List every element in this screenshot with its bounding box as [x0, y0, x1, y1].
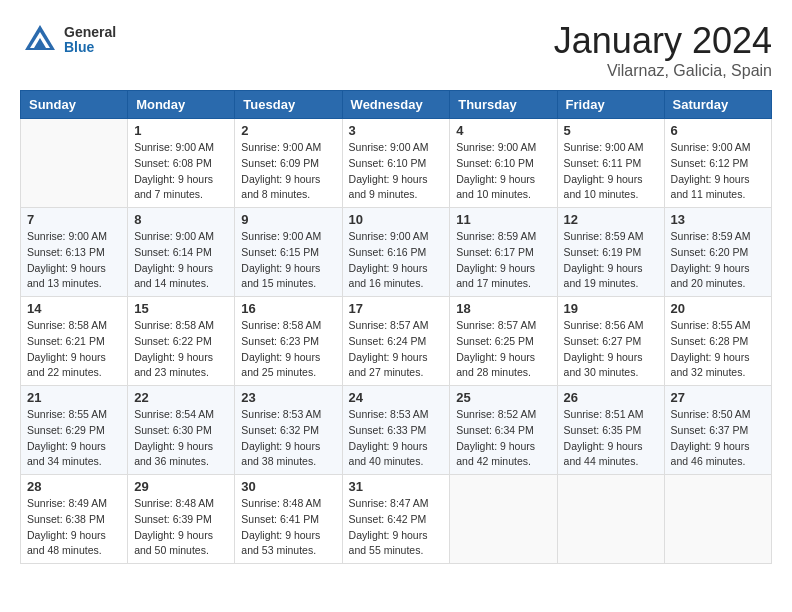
- day-number: 22: [134, 390, 228, 405]
- table-row: 15Sunrise: 8:58 AMSunset: 6:22 PMDayligh…: [128, 297, 235, 386]
- day-info: Sunrise: 8:52 AMSunset: 6:34 PMDaylight:…: [456, 407, 550, 470]
- day-number: 23: [241, 390, 335, 405]
- day-number: 27: [671, 390, 765, 405]
- table-row: [557, 475, 664, 564]
- table-row: 8Sunrise: 9:00 AMSunset: 6:14 PMDaylight…: [128, 208, 235, 297]
- day-info: Sunrise: 8:51 AMSunset: 6:35 PMDaylight:…: [564, 407, 658, 470]
- day-info: Sunrise: 8:49 AMSunset: 6:38 PMDaylight:…: [27, 496, 121, 559]
- logo-blue-text: Blue: [64, 40, 116, 55]
- day-number: 14: [27, 301, 121, 316]
- day-info: Sunrise: 8:59 AMSunset: 6:19 PMDaylight:…: [564, 229, 658, 292]
- day-info: Sunrise: 9:00 AMSunset: 6:09 PMDaylight:…: [241, 140, 335, 203]
- table-row: 25Sunrise: 8:52 AMSunset: 6:34 PMDayligh…: [450, 386, 557, 475]
- day-info: Sunrise: 8:54 AMSunset: 6:30 PMDaylight:…: [134, 407, 228, 470]
- col-wednesday: Wednesday: [342, 91, 450, 119]
- day-info: Sunrise: 9:00 AMSunset: 6:15 PMDaylight:…: [241, 229, 335, 292]
- day-number: 12: [564, 212, 658, 227]
- col-thursday: Thursday: [450, 91, 557, 119]
- day-number: 9: [241, 212, 335, 227]
- table-row: 6Sunrise: 9:00 AMSunset: 6:12 PMDaylight…: [664, 119, 771, 208]
- table-row: 20Sunrise: 8:55 AMSunset: 6:28 PMDayligh…: [664, 297, 771, 386]
- day-number: 20: [671, 301, 765, 316]
- day-info: Sunrise: 9:00 AMSunset: 6:16 PMDaylight:…: [349, 229, 444, 292]
- table-row: 9Sunrise: 9:00 AMSunset: 6:15 PMDaylight…: [235, 208, 342, 297]
- calendar-week-row: 28Sunrise: 8:49 AMSunset: 6:38 PMDayligh…: [21, 475, 772, 564]
- day-info: Sunrise: 8:53 AMSunset: 6:33 PMDaylight:…: [349, 407, 444, 470]
- calendar: Sunday Monday Tuesday Wednesday Thursday…: [20, 90, 772, 564]
- day-number: 18: [456, 301, 550, 316]
- day-number: 13: [671, 212, 765, 227]
- day-number: 25: [456, 390, 550, 405]
- table-row: 30Sunrise: 8:48 AMSunset: 6:41 PMDayligh…: [235, 475, 342, 564]
- table-row: 27Sunrise: 8:50 AMSunset: 6:37 PMDayligh…: [664, 386, 771, 475]
- day-info: Sunrise: 8:56 AMSunset: 6:27 PMDaylight:…: [564, 318, 658, 381]
- table-row: 16Sunrise: 8:58 AMSunset: 6:23 PMDayligh…: [235, 297, 342, 386]
- month-title: January 2024: [554, 20, 772, 62]
- col-sunday: Sunday: [21, 91, 128, 119]
- day-number: 15: [134, 301, 228, 316]
- day-info: Sunrise: 9:00 AMSunset: 6:13 PMDaylight:…: [27, 229, 121, 292]
- table-row: 19Sunrise: 8:56 AMSunset: 6:27 PMDayligh…: [557, 297, 664, 386]
- day-number: 29: [134, 479, 228, 494]
- col-saturday: Saturday: [664, 91, 771, 119]
- day-number: 2: [241, 123, 335, 138]
- day-info: Sunrise: 8:48 AMSunset: 6:39 PMDaylight:…: [134, 496, 228, 559]
- logo-icon: [20, 20, 60, 60]
- day-number: 11: [456, 212, 550, 227]
- day-number: 4: [456, 123, 550, 138]
- logo: General Blue: [20, 20, 116, 60]
- table-row: 7Sunrise: 9:00 AMSunset: 6:13 PMDaylight…: [21, 208, 128, 297]
- day-info: Sunrise: 8:58 AMSunset: 6:22 PMDaylight:…: [134, 318, 228, 381]
- table-row: 13Sunrise: 8:59 AMSunset: 6:20 PMDayligh…: [664, 208, 771, 297]
- title-area: January 2024 Vilarnaz, Galicia, Spain: [554, 20, 772, 80]
- day-number: 30: [241, 479, 335, 494]
- day-number: 10: [349, 212, 444, 227]
- day-info: Sunrise: 8:57 AMSunset: 6:24 PMDaylight:…: [349, 318, 444, 381]
- table-row: [21, 119, 128, 208]
- day-number: 5: [564, 123, 658, 138]
- day-info: Sunrise: 9:00 AMSunset: 6:10 PMDaylight:…: [456, 140, 550, 203]
- day-info: Sunrise: 8:47 AMSunset: 6:42 PMDaylight:…: [349, 496, 444, 559]
- logo-text: General Blue: [64, 25, 116, 56]
- day-number: 8: [134, 212, 228, 227]
- table-row: 23Sunrise: 8:53 AMSunset: 6:32 PMDayligh…: [235, 386, 342, 475]
- table-row: [664, 475, 771, 564]
- day-number: 26: [564, 390, 658, 405]
- calendar-week-row: 14Sunrise: 8:58 AMSunset: 6:21 PMDayligh…: [21, 297, 772, 386]
- day-info: Sunrise: 8:55 AMSunset: 6:28 PMDaylight:…: [671, 318, 765, 381]
- table-row: 18Sunrise: 8:57 AMSunset: 6:25 PMDayligh…: [450, 297, 557, 386]
- day-number: 3: [349, 123, 444, 138]
- day-info: Sunrise: 8:55 AMSunset: 6:29 PMDaylight:…: [27, 407, 121, 470]
- col-monday: Monday: [128, 91, 235, 119]
- day-info: Sunrise: 9:00 AMSunset: 6:10 PMDaylight:…: [349, 140, 444, 203]
- table-row: 17Sunrise: 8:57 AMSunset: 6:24 PMDayligh…: [342, 297, 450, 386]
- calendar-week-row: 21Sunrise: 8:55 AMSunset: 6:29 PMDayligh…: [21, 386, 772, 475]
- table-row: [450, 475, 557, 564]
- day-number: 21: [27, 390, 121, 405]
- col-friday: Friday: [557, 91, 664, 119]
- day-number: 16: [241, 301, 335, 316]
- day-info: Sunrise: 8:58 AMSunset: 6:21 PMDaylight:…: [27, 318, 121, 381]
- table-row: 10Sunrise: 9:00 AMSunset: 6:16 PMDayligh…: [342, 208, 450, 297]
- location-title: Vilarnaz, Galicia, Spain: [554, 62, 772, 80]
- day-info: Sunrise: 8:58 AMSunset: 6:23 PMDaylight:…: [241, 318, 335, 381]
- table-row: 24Sunrise: 8:53 AMSunset: 6:33 PMDayligh…: [342, 386, 450, 475]
- table-row: 4Sunrise: 9:00 AMSunset: 6:10 PMDaylight…: [450, 119, 557, 208]
- day-number: 19: [564, 301, 658, 316]
- day-info: Sunrise: 9:00 AMSunset: 6:14 PMDaylight:…: [134, 229, 228, 292]
- calendar-week-row: 7Sunrise: 9:00 AMSunset: 6:13 PMDaylight…: [21, 208, 772, 297]
- logo-general-text: General: [64, 25, 116, 40]
- day-info: Sunrise: 9:00 AMSunset: 6:08 PMDaylight:…: [134, 140, 228, 203]
- table-row: 2Sunrise: 9:00 AMSunset: 6:09 PMDaylight…: [235, 119, 342, 208]
- day-info: Sunrise: 8:59 AMSunset: 6:17 PMDaylight:…: [456, 229, 550, 292]
- day-number: 28: [27, 479, 121, 494]
- table-row: 12Sunrise: 8:59 AMSunset: 6:19 PMDayligh…: [557, 208, 664, 297]
- day-info: Sunrise: 8:59 AMSunset: 6:20 PMDaylight:…: [671, 229, 765, 292]
- table-row: 14Sunrise: 8:58 AMSunset: 6:21 PMDayligh…: [21, 297, 128, 386]
- table-row: 1Sunrise: 9:00 AMSunset: 6:08 PMDaylight…: [128, 119, 235, 208]
- table-row: 26Sunrise: 8:51 AMSunset: 6:35 PMDayligh…: [557, 386, 664, 475]
- table-row: 11Sunrise: 8:59 AMSunset: 6:17 PMDayligh…: [450, 208, 557, 297]
- table-row: 29Sunrise: 8:48 AMSunset: 6:39 PMDayligh…: [128, 475, 235, 564]
- day-info: Sunrise: 9:00 AMSunset: 6:12 PMDaylight:…: [671, 140, 765, 203]
- table-row: 22Sunrise: 8:54 AMSunset: 6:30 PMDayligh…: [128, 386, 235, 475]
